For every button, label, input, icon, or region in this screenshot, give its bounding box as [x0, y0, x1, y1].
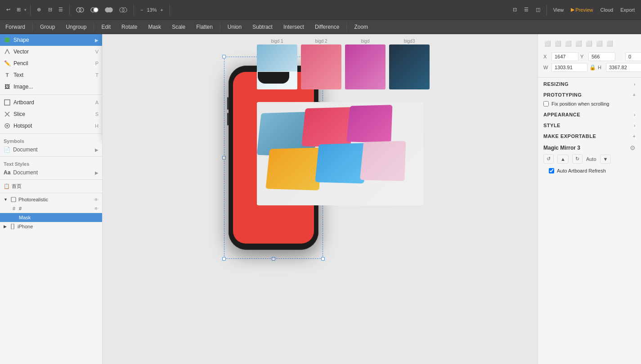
handle-bl[interactable]	[222, 257, 226, 261]
mm-up-btn[interactable]: ▲	[557, 155, 569, 164]
slice-label: Slice	[13, 111, 25, 117]
h-input[interactable]: 3367.82	[606, 63, 641, 72]
sidebar-item-document-text[interactable]: Aa Document ▶	[0, 168, 102, 178]
sidebar-item-shape[interactable]: Shape ▶	[0, 34, 102, 46]
insert-button[interactable]: ⊕	[34, 5, 44, 14]
make-exportable-header[interactable]: MAKE EXPORTABLE +	[538, 130, 641, 141]
fix-position-checkbox[interactable]	[543, 101, 549, 107]
intersect-label: Intersect	[283, 24, 304, 30]
view-btn[interactable]: View	[551, 5, 567, 14]
w-label: W	[543, 65, 550, 70]
coordinates-section: ⬜ ⬜ ⬜ ⬜ ⬜ ⬜ ⬜ X 1647 Y 566 0 W 1303.91 🔒	[538, 34, 641, 78]
menubar-item-difference[interactable]: Difference	[309, 20, 345, 34]
forward-label: Forward	[5, 24, 25, 30]
layer-item-mask[interactable]: Mask	[0, 213, 102, 222]
auto-artboard-refresh-checkbox[interactable]	[549, 168, 554, 173]
layer-group-photorealistic[interactable]: ▼ Photorealistic 👁	[0, 195, 102, 204]
sidebar-item-pencil[interactable]: ✏️ Pencil P	[0, 58, 102, 69]
align-right-btn[interactable]: ⬜	[564, 40, 573, 48]
style-header[interactable]: STYLE ›	[538, 119, 641, 130]
artboard-thumb-4[interactable]	[389, 44, 430, 89]
sidebar-item-artboard[interactable]: Artboard A	[0, 97, 102, 108]
menubar-item-union[interactable]: Union	[222, 20, 247, 34]
grid-layout-btn[interactable]: ⊡	[510, 5, 520, 14]
layer-item-hash[interactable]: # # 👁	[0, 204, 102, 213]
menubar-item-ungroup[interactable]: Ungroup	[60, 20, 92, 34]
sidebar-item-image[interactable]: 🖼 Image...	[0, 81, 102, 93]
mm-refresh-btn[interactable]: ↺	[543, 154, 554, 164]
fix-position-label[interactable]: Fix position when scrolling	[551, 101, 609, 107]
menubar-item-subtract[interactable]: Subtract	[247, 20, 278, 34]
align-left-btn[interactable]: ⬜	[543, 40, 552, 48]
visibility-icon[interactable]: 👁	[94, 197, 99, 202]
sidebar-item-vector[interactable]: Vector V	[0, 46, 102, 58]
resizing-header[interactable]: RESIZING ›	[538, 78, 641, 89]
layer-item-iphone[interactable]: ▶ iPhone	[0, 222, 102, 231]
undo-button[interactable]: ↩	[4, 5, 13, 14]
handle-tl[interactable]	[222, 55, 226, 58]
menubar-item-edit[interactable]: Edit	[96, 20, 116, 34]
y-input[interactable]: 566	[588, 52, 615, 61]
sep5	[547, 4, 547, 15]
panel-btn[interactable]: ☰	[521, 5, 531, 14]
handle-br[interactable]	[321, 257, 325, 261]
sidebar-item-hotspot[interactable]: Hotspot H	[0, 120, 102, 132]
zoom-plus-btn[interactable]: +	[157, 5, 166, 14]
insert-icon: ⊕	[37, 7, 41, 13]
sidebar-item-slice[interactable]: Slice S	[0, 108, 102, 120]
menubar-item-zoom[interactable]: Zoom	[349, 20, 373, 34]
menubar-item-intersect[interactable]: Intersect	[278, 20, 309, 34]
menubar-item-flatten[interactable]: Flatten	[191, 20, 218, 34]
view-btn-2[interactable]: ☰	[56, 5, 66, 14]
appearance-header[interactable]: APPEARANCE ›	[538, 108, 641, 119]
align-center-btn[interactable]: ⬜	[554, 40, 562, 48]
sidebar-item-document-symbol[interactable]: 📄 Document ▶	[0, 145, 102, 155]
mm-down-btn[interactable]: ▼	[600, 155, 611, 164]
canvas-area[interactable]: bigd 1 bigd 2 bigd bigd3	[103, 34, 538, 364]
artboard-label-2: bigd 2	[301, 39, 341, 89]
phone-vol-down	[227, 113, 229, 125]
align-bottom-btn[interactable]: ⬜	[605, 40, 614, 48]
zoom-minus-btn[interactable]: −	[138, 5, 146, 14]
view-toggle-btn[interactable]: ◫	[533, 5, 543, 14]
mm-rotate-btn[interactable]: ↻	[572, 154, 583, 164]
doc-text-arrow: ▶	[95, 170, 99, 175]
auto-artboard-refresh-label[interactable]: Auto Artboard Refresh	[557, 168, 606, 173]
sep4	[170, 4, 170, 15]
layers-button[interactable]: ⊞	[14, 5, 23, 14]
export-btn[interactable]: Export	[618, 5, 637, 14]
w-input[interactable]: 1303.91	[551, 63, 587, 72]
prototyping-header[interactable]: PROTOTYPING +	[538, 89, 641, 99]
divider3	[0, 156, 102, 157]
style-expand-icon: ›	[634, 123, 636, 128]
cloud-btn[interactable]: Cloud	[597, 5, 616, 14]
artboard-thumb-3[interactable]	[345, 44, 385, 89]
align-top-btn[interactable]: ⬜	[585, 40, 593, 48]
difference-btn[interactable]	[117, 4, 130, 16]
magic-mirror-settings-btn[interactable]: ⚙	[630, 144, 636, 151]
iso-phone-5	[315, 143, 365, 183]
preview-btn[interactable]: ▶ Preview	[568, 5, 596, 14]
menubar-item-forward[interactable]: Forward	[0, 20, 31, 34]
subtract-icon	[90, 6, 99, 14]
distribute-btn[interactable]: ⬜	[574, 40, 583, 48]
menubar-item-scale[interactable]: Scale	[166, 20, 191, 34]
handle-bm[interactable]	[272, 257, 275, 261]
menubar-item-mask[interactable]: Mask	[143, 20, 166, 34]
intersect-btn[interactable]	[102, 4, 116, 16]
align-middle-btn[interactable]: ⬜	[595, 40, 604, 48]
layer-item-homepage[interactable]: 📋 首页	[0, 182, 102, 191]
sidebar-item-text[interactable]: T Text T	[0, 69, 102, 81]
subtract-label: Subtract	[252, 24, 273, 30]
menubar-item-group[interactable]: Group	[35, 20, 60, 34]
r-input[interactable]: 0	[625, 52, 641, 61]
subtract-btn[interactable]	[88, 4, 101, 16]
menubar-item-rotate[interactable]: Rotate	[116, 20, 143, 34]
union-btn[interactable]	[73, 4, 87, 16]
view-btn-1[interactable]: ⊟	[45, 5, 55, 14]
handle-ml[interactable]	[222, 156, 226, 160]
x-input[interactable]: 1647	[551, 52, 578, 61]
artboard-thumb-2[interactable]	[301, 44, 341, 89]
image-icon: 🖼	[4, 83, 11, 90]
hash-vis-icon: 👁	[94, 206, 99, 211]
